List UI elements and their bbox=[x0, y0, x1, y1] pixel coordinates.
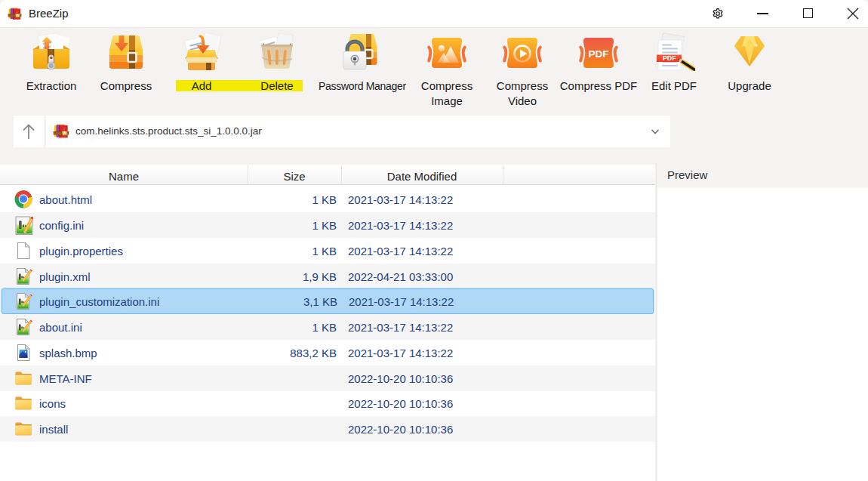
svg-text:PDF: PDF bbox=[663, 54, 676, 62]
svg-text:PDF: PDF bbox=[589, 48, 609, 60]
